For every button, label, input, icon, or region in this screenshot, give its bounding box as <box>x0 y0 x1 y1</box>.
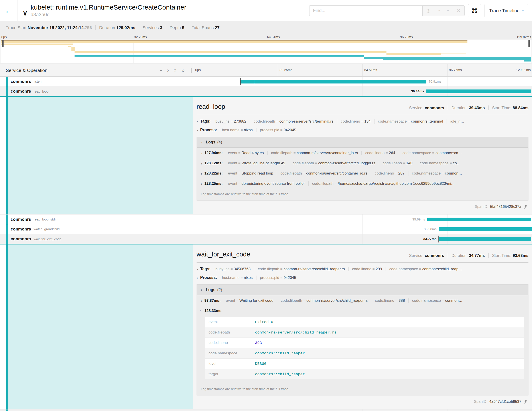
tag-pair: code.filepathconmon-rs/server/src/child_… <box>254 267 349 271</box>
trace-minimap: 0μs 32.25ms 64.51ms 96.76ms 129.02ms <box>0 34 532 64</box>
tag-pair: busy_ns273882 <box>212 119 250 124</box>
trace-id: d8a3a0c <box>31 12 186 18</box>
span-id-row: SpanID: 4a947cfd1ce59537 <box>198 400 528 404</box>
log-marker <box>240 78 241 85</box>
span-accent <box>6 215 8 224</box>
link-icon[interactable] <box>523 400 528 404</box>
minimap-span-segment <box>75 55 364 57</box>
tag-pair: code.lineno299 <box>349 267 386 271</box>
process-row[interactable]: › Process: host.namenixos process.pid942… <box>197 275 528 280</box>
log-entry[interactable]: › 128.25ms: eventderegistering event sou… <box>197 178 528 188</box>
find-controls: ◎ › › ✕ <box>422 5 465 16</box>
locate-icon[interactable]: ◎ <box>426 8 430 13</box>
log-entry[interactable]: › 93.87ms: eventWaiting for exit code co… <box>197 295 528 305</box>
span-track[interactable]: 35.58ms <box>193 224 532 234</box>
span-track[interactable]: 39.43ms <box>193 86 532 96</box>
span-row-write-exit-path[interactable]: conmonrs write_exit_path 303μs <box>0 410 532 411</box>
link-icon[interactable] <box>523 205 528 209</box>
span-bar[interactable] <box>426 89 531 93</box>
chevron-right-icon: › <box>197 267 198 271</box>
back-button[interactable]: ← <box>0 0 18 21</box>
trace-stats-bar: Trace Start November 15 2022, 11:24:14.7… <box>0 21 532 34</box>
log-entry[interactable]: › 127.94ms: eventRead 4 bytes code.filep… <box>197 148 528 158</box>
find-clear-icon[interactable]: ✕ <box>456 8 460 13</box>
back-arrow-icon: ← <box>4 6 13 15</box>
tags-row[interactable]: › Tags: busy_ns34506763 code.filepathcon… <box>197 267 528 271</box>
span-track[interactable]: 70.91ms <box>193 77 532 86</box>
span-track[interactable]: 39.69ms <box>193 215 532 224</box>
minimap-span-segment <box>441 54 466 54</box>
span-service: conmonrs <box>11 79 31 84</box>
span-track[interactable]: 34.77ms <box>193 234 532 244</box>
logs-footer-note: Log timestamps are relative to the start… <box>197 188 528 200</box>
chevron-right-icon: › <box>197 128 198 132</box>
detail-gutter <box>0 245 193 409</box>
span-duration: 39.43ms <box>411 89 424 93</box>
tag-pair: busy_ns34506763 <box>212 267 254 271</box>
span-row-wait-for-exit-code[interactable]: conmonrs wait_for_exit_code 34.77ms <box>0 234 532 245</box>
span-row-listen[interactable]: conmonrs listen 70.91ms <box>0 77 532 86</box>
timeline-ruler: 0μs 32.25ms 64.51ms 96.76ms 129.02ms <box>193 64 532 76</box>
span-detail-panel: read_loop Service:conmonrs Duration:39.4… <box>193 97 532 214</box>
stat-depth: Depth 5 <box>166 25 188 30</box>
span-bar[interactable] <box>240 80 426 83</box>
span-row-read-loop[interactable]: conmonrs read_loop 39.43ms <box>0 86 532 97</box>
span-bar[interactable] <box>439 237 531 241</box>
span-bar[interactable] <box>427 218 531 221</box>
table-row: event Exited 0 <box>205 317 524 327</box>
span-accent <box>6 224 8 234</box>
minimap-canvas[interactable] <box>1 40 531 63</box>
span-service: conmonrs <box>11 227 31 232</box>
stat-services: Services 3 <box>139 25 166 30</box>
minimap-span-segment <box>68 46 71 47</box>
service-operation-header: Service & Operation › › » » <box>0 64 193 76</box>
collapse-one-icon[interactable]: › <box>159 69 164 71</box>
find-input[interactable] <box>309 5 422 16</box>
span-track[interactable]: 303μs <box>193 410 532 411</box>
trace-view-label: Trace Timeline <box>489 8 520 13</box>
expand-all-icon[interactable]: » <box>182 68 185 73</box>
minimap-left-scrubber[interactable] <box>2 40 2 63</box>
find-next-icon[interactable]: › <box>446 10 451 11</box>
minimap-span-segment <box>75 51 386 53</box>
logs-header[interactable]: › Logs (2) <box>197 285 528 295</box>
minimap-span-segment <box>1 41 467 43</box>
table-row: target conmonrs::child_reaper <box>205 369 524 380</box>
find-prev-icon[interactable]: › <box>436 10 441 11</box>
detail-meta: Service:conmonrs Duration:39.43ms Start … <box>409 106 528 110</box>
trace-view-select[interactable]: Trace Timeline › <box>484 4 528 17</box>
chevron-right-icon: › <box>197 119 198 123</box>
log-marker <box>255 78 255 85</box>
detail-meta: Service:conmonrs Duration:34.77ms Start … <box>409 253 528 258</box>
logs-header[interactable]: › Logs (4) <box>197 137 528 148</box>
chevron-right-icon: › <box>197 275 198 280</box>
table-row: code.filepath conmon-rs/server/src/child… <box>205 327 524 338</box>
log-entry[interactable]: › 128.22ms: eventStopping read loop code… <box>197 168 528 178</box>
span-bar[interactable] <box>439 227 532 231</box>
log-entry-expanded[interactable]: › 128.33ms <box>197 305 528 316</box>
span-service: conmonrs <box>11 236 31 241</box>
chevron-right-icon: › <box>201 161 202 166</box>
expand-one-icon[interactable]: › <box>167 68 169 73</box>
span-row-read-loop-stdin[interactable]: conmonrs read_loop_stdin 39.69ms <box>0 215 532 224</box>
span-operation: wait_for_exit_code <box>34 237 61 241</box>
log-fields-table: event Exited 0 code.filepath conmon-rs/s… <box>205 317 524 380</box>
tag-pair: code.lineno134 <box>337 119 374 124</box>
table-row: code.lineno 393 <box>205 338 524 348</box>
chevron-right-icon: › <box>201 151 202 155</box>
process-pair: host.namenixos <box>218 275 256 280</box>
chevron-right-icon: › <box>201 182 202 186</box>
span-accent <box>6 234 8 244</box>
chevron-down-icon: › <box>200 310 204 312</box>
logs-section: › Logs (2) › 93.87ms: eventWaiting for e… <box>197 284 528 395</box>
process-row[interactable]: › Process: host.namenixos process.pid942… <box>197 128 528 132</box>
log-entry[interactable]: › 128.12ms: eventWrote log line of lengt… <box>197 158 528 168</box>
span-row-watch-grandchild[interactable]: conmonrs watch_grandchild 35.58ms <box>0 224 532 234</box>
chevron-right-icon: › <box>201 299 202 303</box>
column-resizer[interactable] <box>190 68 192 73</box>
collapse-all-icon[interactable]: » <box>173 69 178 72</box>
minimap-right-scrubber[interactable] <box>530 40 530 63</box>
tags-row[interactable]: › Tags: busy_ns273882 code.filepathconmo… <box>197 119 528 124</box>
keyboard-shortcuts-button[interactable]: ⌘ <box>468 4 481 17</box>
trace-collapse-chevron-icon[interactable]: ∨ <box>23 9 28 17</box>
